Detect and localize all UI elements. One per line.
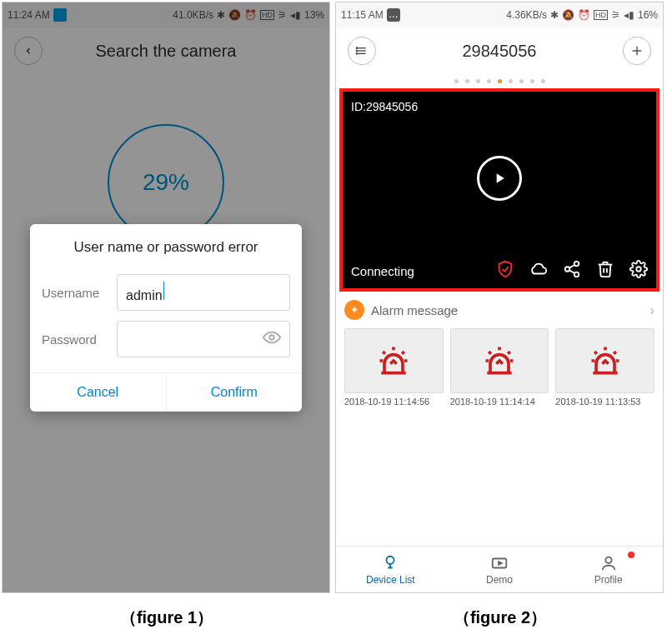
back-button[interactable] bbox=[14, 37, 43, 65]
page-indicator bbox=[336, 74, 663, 88]
alarm-time: 2018-10-19 11:14:14 bbox=[450, 397, 549, 407]
chevron-right-icon: › bbox=[649, 302, 654, 319]
tab-label: Profile bbox=[594, 574, 623, 586]
wifi-icon: ⚞ bbox=[611, 9, 620, 21]
alarm-time: 2018-10-19 11:13:53 bbox=[555, 397, 654, 407]
alarm-thumbnails bbox=[336, 328, 663, 393]
alarm-icon: ⏰ bbox=[244, 9, 257, 21]
phone-figure-2: 11:15 AM 4.36KB/s ✱ 🔕 ⏰ HD ⚞ ◂▮ 16% 2984… bbox=[335, 2, 664, 593]
bluetooth-icon: ✱ bbox=[550, 9, 559, 21]
svg-point-19 bbox=[605, 557, 611, 562]
connection-status: Connecting bbox=[351, 264, 414, 278]
svg-point-0 bbox=[269, 335, 274, 340]
alarm-time: 2018-10-19 11:14:56 bbox=[344, 397, 444, 407]
status-app-icon bbox=[53, 8, 67, 22]
svg-point-10 bbox=[574, 262, 579, 267]
alarm-bell-icon: ✦ bbox=[344, 300, 364, 320]
tab-label: Device List bbox=[366, 574, 415, 586]
password-input[interactable] bbox=[117, 321, 290, 357]
wifi-icon: ⚞ bbox=[278, 9, 287, 21]
username-label: Username bbox=[42, 286, 117, 300]
bluetooth-icon: ✱ bbox=[217, 9, 225, 21]
shield-icon[interactable] bbox=[496, 260, 514, 282]
alarm-tile[interactable] bbox=[555, 328, 654, 393]
svg-marker-18 bbox=[499, 562, 502, 565]
status-netrate: 41.0KB/s bbox=[173, 9, 213, 21]
caption-figure-2: （figure 2） bbox=[454, 607, 547, 629]
share-icon[interactable] bbox=[563, 260, 581, 282]
svg-point-11 bbox=[565, 267, 570, 272]
settings-gear-icon[interactable] bbox=[629, 260, 648, 282]
battery-icon: ◂▮ bbox=[624, 9, 634, 21]
hd-icon: HD bbox=[594, 10, 608, 20]
cloud-icon[interactable] bbox=[529, 260, 548, 282]
svg-line-14 bbox=[569, 270, 574, 273]
alarm-label: Alarm message bbox=[371, 303, 643, 317]
title-bar: 29845056 bbox=[336, 27, 663, 74]
progress-percent: 29% bbox=[143, 169, 189, 196]
page-title: Search the camera bbox=[43, 42, 289, 61]
alarm-icon: ⏰ bbox=[578, 9, 590, 21]
svg-point-12 bbox=[574, 272, 579, 277]
caption-figure-1: （figure 1） bbox=[120, 607, 213, 629]
camera-id-label: ID:29845056 bbox=[351, 100, 418, 113]
svg-marker-9 bbox=[497, 173, 504, 183]
camera-preview: ID:29845056 Connecting bbox=[339, 88, 659, 292]
svg-point-4 bbox=[356, 47, 357, 48]
cancel-button[interactable]: Cancel bbox=[30, 373, 166, 412]
status-time: 11:24 AM bbox=[8, 9, 50, 21]
battery-icon: ◂▮ bbox=[290, 9, 301, 21]
confirm-button[interactable]: Confirm bbox=[166, 373, 303, 412]
hd-icon: HD bbox=[260, 10, 274, 20]
status-bar: 11:15 AM 4.36KB/s ✱ 🔕 ⏰ HD ⚞ ◂▮ 16% bbox=[336, 2, 663, 27]
password-label: Password bbox=[42, 332, 117, 347]
title-bar: Search the camera bbox=[3, 27, 329, 74]
credentials-modal: User name or password error Username adm… bbox=[30, 224, 302, 412]
mute-icon: 🔕 bbox=[228, 9, 241, 21]
status-notif-icon bbox=[387, 8, 400, 22]
play-button[interactable] bbox=[477, 156, 522, 201]
add-button[interactable] bbox=[623, 37, 651, 65]
alarm-message-row[interactable]: ✦ Alarm message › bbox=[336, 292, 663, 328]
page-title: 29845056 bbox=[376, 42, 623, 61]
mute-icon: 🔕 bbox=[562, 9, 574, 21]
svg-point-6 bbox=[356, 53, 357, 54]
phone-figure-1: 11:24 AM 41.0KB/s ✱ 🔕 ⏰ HD ⚞ ◂▮ 13% Sear… bbox=[2, 2, 330, 593]
status-time: 11:15 AM bbox=[341, 9, 384, 21]
show-password-icon[interactable] bbox=[263, 328, 281, 350]
svg-point-5 bbox=[356, 50, 357, 51]
alarm-tile[interactable] bbox=[344, 328, 444, 393]
bottom-tab-bar: Device List Demo Profile bbox=[336, 546, 663, 592]
modal-title: User name or password error bbox=[30, 224, 302, 269]
tab-device-list[interactable]: Device List bbox=[336, 547, 445, 592]
status-battery: 16% bbox=[638, 9, 658, 21]
username-input[interactable]: admin bbox=[117, 274, 290, 311]
trash-icon[interactable] bbox=[596, 260, 614, 282]
status-netrate: 4.36KB/s bbox=[506, 9, 547, 21]
alarm-tile[interactable] bbox=[450, 328, 549, 393]
status-bar: 11:24 AM 41.0KB/s ✱ 🔕 ⏰ HD ⚞ ◂▮ 13% bbox=[3, 2, 329, 27]
svg-point-16 bbox=[387, 556, 394, 563]
svg-line-13 bbox=[569, 265, 574, 268]
svg-point-15 bbox=[636, 267, 641, 272]
menu-button[interactable] bbox=[348, 37, 376, 65]
status-battery: 13% bbox=[304, 9, 324, 21]
tab-profile[interactable]: Profile bbox=[554, 547, 663, 592]
tab-demo[interactable]: Demo bbox=[445, 547, 554, 592]
tab-label: Demo bbox=[486, 574, 513, 586]
notification-dot-icon bbox=[628, 552, 634, 558]
progress-ring: 29% bbox=[108, 124, 224, 241]
